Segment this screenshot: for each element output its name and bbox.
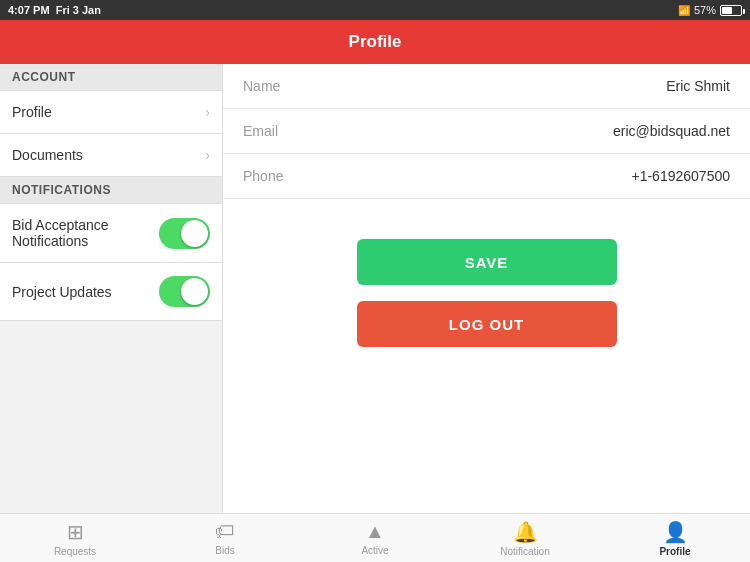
sidebar-item-documents[interactable]: Documents › bbox=[0, 134, 222, 177]
sidebar-item-profile[interactable]: Profile › bbox=[0, 91, 222, 134]
phone-label: Phone bbox=[243, 168, 283, 184]
phone-field-row: Phone +1-6192607500 bbox=[223, 154, 750, 199]
app-header: Profile bbox=[0, 20, 750, 64]
status-time: 4:07 PM Fri 3 Jan bbox=[8, 4, 101, 16]
profile-icon: 👤 bbox=[663, 520, 688, 544]
tab-profile[interactable]: 👤 Profile bbox=[600, 516, 750, 561]
tab-notification-label: Notification bbox=[500, 546, 549, 557]
toggle-knob bbox=[181, 278, 208, 305]
sidebar-item-documents-label: Documents bbox=[12, 147, 83, 163]
project-updates-label: Project Updates bbox=[12, 284, 112, 300]
phone-value: +1-6192607500 bbox=[632, 168, 731, 184]
tab-bar: ⊞ Requests 🏷 Bids ▲ Active 🔔 Notificatio… bbox=[0, 513, 750, 562]
active-icon: ▲ bbox=[365, 520, 385, 543]
email-label: Email bbox=[243, 123, 278, 139]
account-section-header: ACCOUNT bbox=[0, 64, 222, 91]
sidebar-item-profile-label: Profile bbox=[12, 104, 52, 120]
main-layout: ACCOUNT Profile › Documents › NOTIFICATI… bbox=[0, 64, 750, 513]
notification-icon: 🔔 bbox=[513, 520, 538, 544]
email-value: eric@bidsquad.net bbox=[613, 123, 730, 139]
content-area: Name Eric Shmit Email eric@bidsquad.net … bbox=[223, 64, 750, 513]
notifications-section-header: NOTIFICATIONS bbox=[0, 177, 222, 204]
action-buttons: SAVE LOG OUT bbox=[223, 199, 750, 387]
tab-notification[interactable]: 🔔 Notification bbox=[450, 516, 600, 561]
tab-bids-label: Bids bbox=[215, 545, 234, 556]
tab-requests[interactable]: ⊞ Requests bbox=[0, 516, 150, 561]
tab-active[interactable]: ▲ Active bbox=[300, 516, 450, 560]
tab-bids[interactable]: 🏷 Bids bbox=[150, 516, 300, 560]
tab-profile-label: Profile bbox=[659, 546, 690, 557]
logout-button[interactable]: LOG OUT bbox=[357, 301, 617, 347]
name-value: Eric Shmit bbox=[666, 78, 730, 94]
requests-icon: ⊞ bbox=[67, 520, 84, 544]
save-button[interactable]: SAVE bbox=[357, 239, 617, 285]
page-title: Profile bbox=[349, 32, 402, 52]
bid-acceptance-toggle-row: Bid Acceptance Notifications bbox=[0, 204, 222, 263]
tab-active-label: Active bbox=[361, 545, 388, 556]
project-updates-toggle[interactable] bbox=[159, 276, 210, 307]
battery-icon bbox=[720, 5, 742, 16]
name-field-row: Name Eric Shmit bbox=[223, 64, 750, 109]
chevron-right-icon: › bbox=[205, 104, 210, 120]
status-indicators: 📶 57% bbox=[678, 4, 742, 16]
name-label: Name bbox=[243, 78, 280, 94]
tab-requests-label: Requests bbox=[54, 546, 96, 557]
bid-acceptance-toggle[interactable] bbox=[159, 218, 210, 249]
sidebar: ACCOUNT Profile › Documents › NOTIFICATI… bbox=[0, 64, 223, 513]
chevron-right-icon: › bbox=[205, 147, 210, 163]
status-bar: 4:07 PM Fri 3 Jan 📶 57% bbox=[0, 0, 750, 20]
battery-percent: 57% bbox=[694, 4, 716, 16]
project-updates-toggle-row: Project Updates bbox=[0, 263, 222, 321]
wifi-icon: 📶 bbox=[678, 5, 690, 16]
bids-icon: 🏷 bbox=[215, 520, 235, 543]
email-field-row: Email eric@bidsquad.net bbox=[223, 109, 750, 154]
bid-acceptance-label: Bid Acceptance Notifications bbox=[12, 217, 159, 249]
toggle-knob bbox=[181, 220, 208, 247]
